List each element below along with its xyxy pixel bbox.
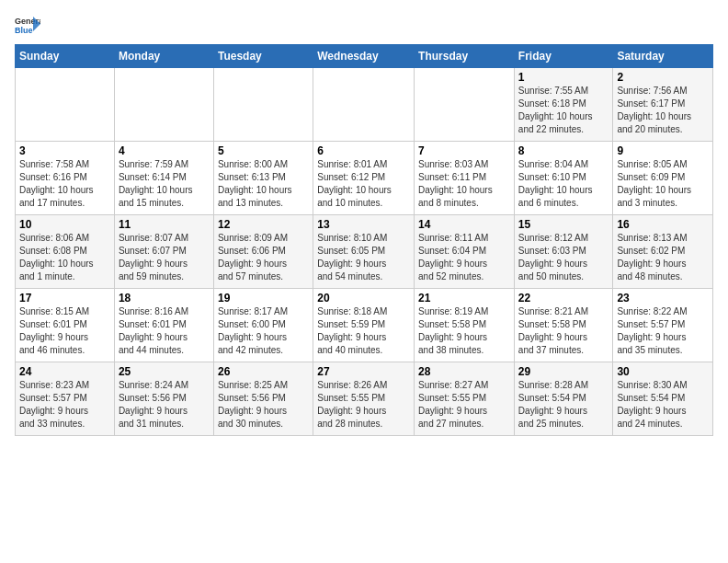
day-info: Sunrise: 8:09 AM Sunset: 6:06 PM Dayligh…	[218, 232, 309, 283]
weekday-header-monday: Monday	[114, 45, 213, 68]
calendar-day-cell: 28Sunrise: 8:27 AM Sunset: 5:55 PM Dayli…	[415, 362, 515, 436]
day-info: Sunrise: 8:13 AM Sunset: 6:02 PM Dayligh…	[617, 232, 709, 283]
weekday-header-tuesday: Tuesday	[213, 45, 313, 68]
day-number: 10	[19, 218, 110, 231]
svg-text:Blue: Blue	[15, 26, 33, 35]
calendar-week-row: 3Sunrise: 7:58 AM Sunset: 6:16 PM Daylig…	[16, 142, 713, 215]
calendar-day-cell: 8Sunrise: 8:04 AM Sunset: 6:10 PM Daylig…	[514, 142, 613, 215]
calendar-day-cell: 18Sunrise: 8:16 AM Sunset: 6:01 PM Dayli…	[114, 289, 213, 362]
day-info: Sunrise: 8:11 AM Sunset: 6:04 PM Dayligh…	[418, 232, 510, 283]
day-info: Sunrise: 7:59 AM Sunset: 6:14 PM Dayligh…	[119, 158, 210, 210]
day-info: Sunrise: 8:16 AM Sunset: 6:01 PM Dayligh…	[119, 305, 210, 357]
weekday-header-thursday: Thursday	[415, 45, 515, 68]
logo: General Blue	[15, 15, 42, 35]
day-info: Sunrise: 8:18 AM Sunset: 5:59 PM Dayligh…	[317, 305, 410, 357]
calendar-week-row: 10Sunrise: 8:06 AM Sunset: 6:08 PM Dayli…	[16, 215, 713, 289]
day-number: 1	[518, 71, 609, 84]
calendar-day-cell: 15Sunrise: 8:12 AM Sunset: 6:03 PM Dayli…	[514, 215, 613, 289]
day-info: Sunrise: 8:05 AM Sunset: 6:09 PM Dayligh…	[617, 158, 709, 210]
day-info: Sunrise: 8:06 AM Sunset: 6:08 PM Dayligh…	[19, 232, 110, 283]
day-number: 8	[518, 144, 609, 157]
day-number: 28	[418, 365, 510, 378]
calendar-day-cell: 26Sunrise: 8:25 AM Sunset: 5:56 PM Dayli…	[213, 362, 313, 436]
weekday-header-friday: Friday	[514, 45, 613, 68]
day-number: 22	[518, 292, 609, 304]
day-number: 19	[218, 292, 309, 304]
day-info: Sunrise: 8:07 AM Sunset: 6:07 PM Dayligh…	[119, 232, 210, 283]
calendar-day-cell: 4Sunrise: 7:59 AM Sunset: 6:14 PM Daylig…	[114, 142, 213, 215]
calendar-table: SundayMondayTuesdayWednesdayThursdayFrid…	[15, 44, 713, 436]
calendar-day-cell: 19Sunrise: 8:17 AM Sunset: 6:00 PM Dayli…	[213, 289, 313, 362]
day-info: Sunrise: 7:58 AM Sunset: 6:16 PM Dayligh…	[19, 158, 110, 210]
day-number: 9	[617, 144, 709, 157]
day-info: Sunrise: 8:03 AM Sunset: 6:11 PM Dayligh…	[418, 158, 510, 210]
calendar-day-cell: 10Sunrise: 8:06 AM Sunset: 6:08 PM Dayli…	[16, 215, 115, 289]
day-number: 26	[218, 365, 309, 378]
calendar-day-cell: 17Sunrise: 8:15 AM Sunset: 6:01 PM Dayli…	[16, 289, 115, 362]
day-number: 27	[317, 365, 410, 378]
calendar-week-row: 24Sunrise: 8:23 AM Sunset: 5:57 PM Dayli…	[16, 362, 713, 436]
calendar-empty-cell	[16, 68, 115, 142]
day-number: 13	[317, 218, 410, 231]
day-number: 5	[218, 144, 309, 157]
calendar-header: SundayMondayTuesdayWednesdayThursdayFrid…	[16, 45, 713, 68]
day-info: Sunrise: 8:17 AM Sunset: 6:00 PM Dayligh…	[218, 305, 309, 357]
day-number: 12	[218, 218, 309, 231]
calendar-day-cell: 11Sunrise: 8:07 AM Sunset: 6:07 PM Dayli…	[114, 215, 213, 289]
day-info: Sunrise: 8:23 AM Sunset: 5:57 PM Dayligh…	[19, 379, 110, 431]
day-info: Sunrise: 8:30 AM Sunset: 5:54 PM Dayligh…	[617, 379, 709, 431]
calendar-empty-cell	[213, 68, 313, 142]
day-number: 25	[119, 365, 210, 378]
day-number: 29	[518, 365, 609, 378]
day-number: 11	[119, 218, 210, 231]
calendar-day-cell: 6Sunrise: 8:01 AM Sunset: 6:12 PM Daylig…	[313, 142, 415, 215]
calendar-week-row: 17Sunrise: 8:15 AM Sunset: 6:01 PM Dayli…	[16, 289, 713, 362]
day-info: Sunrise: 8:28 AM Sunset: 5:54 PM Dayligh…	[518, 379, 609, 431]
day-info: Sunrise: 8:01 AM Sunset: 6:12 PM Dayligh…	[317, 158, 410, 210]
calendar-day-cell: 20Sunrise: 8:18 AM Sunset: 5:59 PM Dayli…	[313, 289, 415, 362]
day-number: 23	[617, 292, 709, 304]
day-number: 14	[418, 218, 510, 231]
calendar-day-cell: 12Sunrise: 8:09 AM Sunset: 6:06 PM Dayli…	[213, 215, 313, 289]
day-number: 24	[19, 365, 110, 378]
day-number: 7	[418, 144, 510, 157]
calendar-day-cell: 27Sunrise: 8:26 AM Sunset: 5:55 PM Dayli…	[313, 362, 415, 436]
day-info: Sunrise: 8:00 AM Sunset: 6:13 PM Dayligh…	[218, 158, 309, 210]
day-number: 18	[119, 292, 210, 304]
top-row: General Blue	[15, 15, 713, 39]
calendar-day-cell: 29Sunrise: 8:28 AM Sunset: 5:54 PM Dayli…	[514, 362, 613, 436]
calendar-day-cell: 13Sunrise: 8:10 AM Sunset: 6:05 PM Dayli…	[313, 215, 415, 289]
day-info: Sunrise: 8:25 AM Sunset: 5:56 PM Dayligh…	[218, 379, 309, 431]
calendar-body: 1Sunrise: 7:55 AM Sunset: 6:18 PM Daylig…	[16, 68, 713, 436]
calendar-day-cell: 24Sunrise: 8:23 AM Sunset: 5:57 PM Dayli…	[16, 362, 115, 436]
day-info: Sunrise: 8:04 AM Sunset: 6:10 PM Dayligh…	[518, 158, 609, 210]
weekday-header-row: SundayMondayTuesdayWednesdayThursdayFrid…	[16, 45, 713, 68]
general-blue-logo-icon: General Blue	[15, 15, 40, 35]
calendar-day-cell: 30Sunrise: 8:30 AM Sunset: 5:54 PM Dayli…	[613, 362, 713, 436]
day-info: Sunrise: 7:55 AM Sunset: 6:18 PM Dayligh…	[518, 85, 609, 136]
day-number: 6	[317, 144, 410, 157]
calendar-day-cell: 2Sunrise: 7:56 AM Sunset: 6:17 PM Daylig…	[613, 68, 713, 142]
day-info: Sunrise: 8:10 AM Sunset: 6:05 PM Dayligh…	[317, 232, 410, 283]
day-number: 2	[617, 71, 709, 84]
day-info: Sunrise: 8:27 AM Sunset: 5:55 PM Dayligh…	[418, 379, 510, 431]
day-number: 3	[19, 144, 110, 157]
day-number: 17	[19, 292, 110, 304]
day-info: Sunrise: 8:24 AM Sunset: 5:56 PM Dayligh…	[119, 379, 210, 431]
calendar-day-cell: 7Sunrise: 8:03 AM Sunset: 6:11 PM Daylig…	[415, 142, 515, 215]
day-info: Sunrise: 8:12 AM Sunset: 6:03 PM Dayligh…	[518, 232, 609, 283]
weekday-header-sunday: Sunday	[16, 45, 115, 68]
calendar-day-cell: 21Sunrise: 8:19 AM Sunset: 5:58 PM Dayli…	[415, 289, 515, 362]
calendar-day-cell: 14Sunrise: 8:11 AM Sunset: 6:04 PM Dayli…	[415, 215, 515, 289]
day-number: 21	[418, 292, 510, 304]
calendar-day-cell: 3Sunrise: 7:58 AM Sunset: 6:16 PM Daylig…	[16, 142, 115, 215]
calendar-week-row: 1Sunrise: 7:55 AM Sunset: 6:18 PM Daylig…	[16, 68, 713, 142]
calendar-day-cell: 25Sunrise: 8:24 AM Sunset: 5:56 PM Dayli…	[114, 362, 213, 436]
weekday-header-saturday: Saturday	[613, 45, 713, 68]
calendar-day-cell: 22Sunrise: 8:21 AM Sunset: 5:58 PM Dayli…	[514, 289, 613, 362]
calendar-day-cell: 5Sunrise: 8:00 AM Sunset: 6:13 PM Daylig…	[213, 142, 313, 215]
calendar-day-cell: 16Sunrise: 8:13 AM Sunset: 6:02 PM Dayli…	[613, 215, 713, 289]
calendar-day-cell: 9Sunrise: 8:05 AM Sunset: 6:09 PM Daylig…	[613, 142, 713, 215]
calendar-empty-cell	[415, 68, 515, 142]
calendar-empty-cell	[114, 68, 213, 142]
